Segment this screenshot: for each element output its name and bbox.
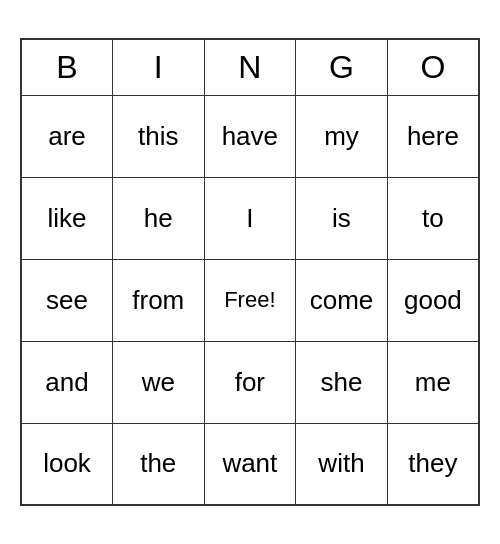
bingo-cell-0-0: are [21, 95, 113, 177]
bingo-cell-0-2: have [204, 95, 296, 177]
header-cell-b: B [21, 39, 113, 95]
header-cell-i: I [113, 39, 205, 95]
bingo-header-row: BINGO [21, 39, 479, 95]
bingo-cell-4-2: want [204, 423, 296, 505]
bingo-cell-0-1: this [113, 95, 205, 177]
bingo-cell-1-3: is [296, 177, 388, 259]
header-cell-n: N [204, 39, 296, 95]
bingo-cell-1-4: to [387, 177, 479, 259]
bingo-body: arethishavemyherelikeheIistoseefromFree!… [21, 95, 479, 505]
bingo-cell-2-1: from [113, 259, 205, 341]
bingo-cell-3-4: me [387, 341, 479, 423]
bingo-row-3: andweforsheme [21, 341, 479, 423]
bingo-cell-3-2: for [204, 341, 296, 423]
bingo-cell-4-3: with [296, 423, 388, 505]
bingo-cell-2-4: good [387, 259, 479, 341]
header-cell-o: O [387, 39, 479, 95]
bingo-row-4: lookthewantwiththey [21, 423, 479, 505]
bingo-cell-1-2: I [204, 177, 296, 259]
bingo-cell-4-1: the [113, 423, 205, 505]
bingo-cell-3-1: we [113, 341, 205, 423]
bingo-cell-4-0: look [21, 423, 113, 505]
bingo-cell-2-2: Free! [204, 259, 296, 341]
bingo-cell-0-3: my [296, 95, 388, 177]
bingo-card: BINGO arethishavemyherelikeheIistoseefro… [20, 38, 480, 506]
bingo-cell-1-0: like [21, 177, 113, 259]
bingo-cell-3-0: and [21, 341, 113, 423]
bingo-cell-2-3: come [296, 259, 388, 341]
bingo-row-1: likeheIisto [21, 177, 479, 259]
bingo-cell-2-0: see [21, 259, 113, 341]
header-cell-g: G [296, 39, 388, 95]
bingo-cell-4-4: they [387, 423, 479, 505]
bingo-cell-3-3: she [296, 341, 388, 423]
bingo-row-0: arethishavemyhere [21, 95, 479, 177]
bingo-cell-1-1: he [113, 177, 205, 259]
bingo-row-2: seefromFree!comegood [21, 259, 479, 341]
bingo-cell-0-4: here [387, 95, 479, 177]
